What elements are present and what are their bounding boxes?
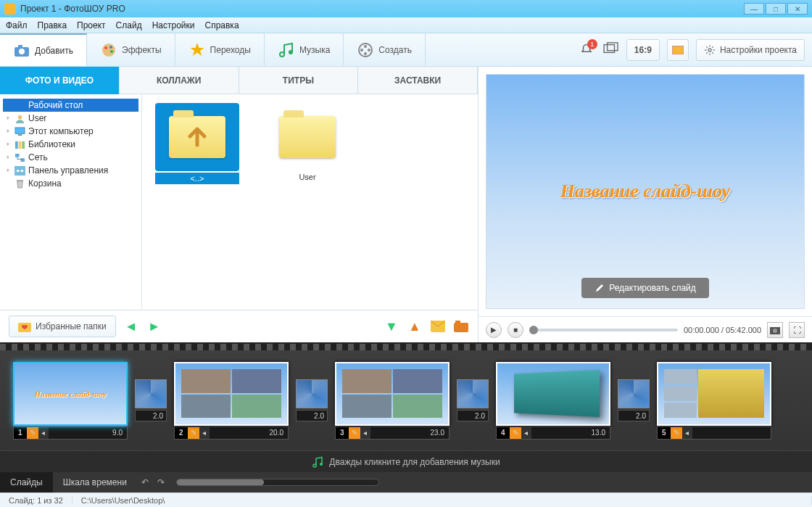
svg-rect-32 [455,321,460,323]
timeline-slide-3[interactable]: 3✎◂23.0 [335,362,450,440]
minimize-button[interactable]: — [744,3,764,15]
new-folder-icon[interactable] [453,318,469,334]
status-path: C:\Users\User\Desktop\ [72,496,812,505]
tree-network[interactable]: +Сеть [3,151,138,164]
menu-file[interactable]: Файл [6,20,28,30]
toolbar-music[interactable]: Музыка [265,33,344,66]
toolbar-effects[interactable]: Эффекты [87,33,175,66]
toolbar-transitions[interactable]: Переходы [175,33,265,66]
music-icon [278,41,295,59]
seek-bar[interactable] [529,329,678,331]
svg-point-27 [20,169,23,172]
timeline-slide-4[interactable]: 4✎◂13.0 [496,362,610,440]
transition-3[interactable]: 2.0 [457,379,489,421]
thumbnail-area: <..> User [142,94,478,310]
edit-slide-button[interactable]: Редактировать слайд [581,278,709,298]
chevron-icon[interactable]: ◂ [682,427,692,439]
camera-icon [13,42,30,59]
music-note-icon [312,456,323,468]
svg-rect-25 [14,166,25,176]
upload-icon[interactable]: ▲ [407,318,423,334]
menu-help[interactable]: Справка [204,20,239,30]
folder-tree: Рабочий стол +User +Этот компьютер +Библ… [0,94,142,310]
toolbar-add[interactable]: Добавить [0,33,87,66]
transition-1[interactable]: 2.0 [135,379,167,421]
picture-icon [672,46,684,54]
scroll-thumb[interactable] [177,479,264,485]
toolbar-create[interactable]: Создать [344,33,426,66]
gallery-icon-button[interactable] [603,42,619,57]
transition-4[interactable]: 2.0 [618,379,650,421]
tree-desktop[interactable]: Рабочий стол [3,99,138,112]
timeline-slide-5[interactable]: 5✎◂ [657,362,771,440]
chevron-icon[interactable]: ◂ [360,427,370,439]
svg-point-34 [773,329,777,333]
tab-photo-video[interactable]: ФОТО И ВИДЕО [0,67,120,94]
camera-small-icon [770,326,780,334]
maximize-button[interactable]: □ [766,3,786,15]
btab-slides[interactable]: Слайды [0,472,53,492]
toolbar: Добавить Эффекты Переходы Музыка Создать… [0,33,812,67]
music-track[interactable]: Дважды кликните для добавления музыки [0,450,812,472]
menu-slide[interactable]: Слайд [116,20,142,30]
horizontal-scrollbar[interactable] [176,479,379,486]
svg-rect-13 [604,45,614,53]
notifications-button[interactable]: 1 [577,41,596,59]
menu-project[interactable]: Проект [77,20,106,30]
seek-knob[interactable] [529,326,538,334]
btab-timeline[interactable]: Шкала времени [53,472,137,492]
timeline-slide-1[interactable]: Название слайд-шоу 1✎◂9.0 [13,362,128,440]
edit-icon[interactable]: ✎ [510,427,521,439]
download-icon[interactable]: ▼ [384,318,399,334]
thumb-user-folder[interactable]: User [265,103,349,181]
mail-icon[interactable] [430,318,446,334]
chevron-icon[interactable]: ◂ [38,427,49,439]
edit-icon[interactable]: ✎ [188,427,199,439]
snapshot-button[interactable] [767,322,783,338]
tree-recycle-bin[interactable]: Корзина [3,177,138,190]
heart-folder-icon [18,321,31,332]
tab-intros[interactable]: ЗАСТАВКИ [358,67,478,94]
menu-settings[interactable]: Настройки [152,20,195,30]
chevron-icon[interactable]: ◂ [199,427,210,439]
tree-control-panel[interactable]: +Панель управления [3,164,138,177]
undo-button[interactable]: ↶ [137,477,153,487]
menu-edit[interactable]: Правка [38,20,67,30]
svg-rect-2 [18,45,22,48]
time-display: 00:00.000 / 05:42.000 [684,326,761,334]
network-icon [14,153,25,162]
aspect-button[interactable]: 16:9 [626,39,660,61]
tab-collages[interactable]: КОЛЛАЖИ [120,67,239,94]
tree-computer[interactable]: +Этот компьютер [3,125,138,138]
redo-button[interactable]: ↷ [153,477,169,487]
tree-libraries[interactable]: +Библиотеки [3,138,138,151]
folder-icon [279,116,336,158]
timeline-slide-2[interactable]: 2✎◂20.0 [174,362,289,440]
project-settings-button[interactable]: Настройки проекта [696,39,805,61]
timeline: Название слайд-шоу 1✎◂9.0 2.0 2✎◂20.0 2.… [0,342,812,492]
close-button[interactable]: ✕ [787,3,808,15]
nav-forward-button[interactable]: ► [146,318,162,334]
svg-point-10 [368,49,370,51]
edit-icon[interactable]: ✎ [349,427,360,439]
frame-style-button[interactable] [667,39,689,61]
preview-canvas: Название слайд-шоу Редактировать слайд [486,74,805,309]
play-button[interactable]: ▶ [486,322,502,338]
favorites-button[interactable]: Избранные папки [9,316,116,337]
thumb-parent-folder[interactable]: <..> [155,103,239,184]
edit-icon[interactable]: ✎ [671,427,682,439]
svg-rect-14 [607,43,617,51]
svg-point-4 [104,46,107,49]
fullscreen-button[interactable]: ⛶ [789,322,805,338]
stop-button[interactable]: ■ [508,322,523,338]
transition-2[interactable]: 2.0 [296,379,328,421]
tab-titles[interactable]: ТИТРЫ [239,67,359,94]
nav-back-button[interactable]: ◄ [123,318,139,334]
notif-badge: 1 [587,39,597,49]
svg-point-6 [110,50,113,53]
tree-user[interactable]: +User [3,112,138,125]
preview-pane: Название слайд-шоу Редактировать слайд ▶… [478,67,812,342]
edit-icon[interactable]: ✎ [27,427,38,439]
chevron-icon[interactable]: ◂ [521,427,531,439]
svg-rect-22 [22,141,25,148]
